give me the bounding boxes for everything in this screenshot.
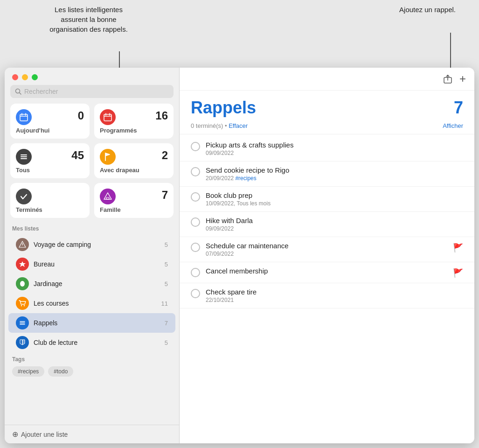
camping-list-count: 5 — [165, 241, 168, 248]
reminder-item[interactable]: Check spare tire 22/10/2021 — [180, 283, 474, 308]
share-button[interactable] — [443, 74, 453, 84]
svg-point-19 — [24, 305, 25, 306]
reminder-checkbox[interactable] — [191, 142, 200, 151]
reminder-title: Book club prep — [206, 191, 463, 199]
fullscreen-button[interactable] — [32, 74, 38, 80]
flag-icon: 🚩 — [453, 268, 463, 278]
mes-listes-title: Mes listes — [5, 224, 179, 235]
avec-drapeau-count: 2 — [162, 149, 168, 162]
reminder-body: Cancel membership — [206, 267, 447, 275]
app-window: Rechercher 0 Aujourd'hui 16 Programmés 4… — [5, 68, 474, 443]
minimize-button[interactable] — [22, 74, 28, 80]
reminder-title: Send cookie recipe to Rigo — [206, 166, 463, 174]
reminder-body: Pickup arts & crafts supplies 09/09/2022 — [206, 141, 463, 156]
reminder-checkbox[interactable] — [191, 243, 200, 252]
sidebar-item-club[interactable]: Club de lecture 5 — [8, 333, 175, 352]
reminder-title: Hike with Darla — [206, 217, 463, 224]
club-list-name: Club de lecture — [34, 339, 160, 346]
sidebar-item-rappels[interactable]: Rappels 7 — [8, 313, 175, 333]
rappels-list-count: 7 — [165, 320, 168, 327]
camping-list-icon — [16, 238, 29, 251]
add-list-icon: ⊕ — [12, 430, 18, 439]
reminder-body: Hike with Darla 09/09/2022 — [206, 217, 463, 232]
svg-line-1 — [20, 93, 21, 95]
reminder-date: 22/10/2021 — [206, 297, 463, 303]
reminder-date: 10/09/2022, Tous les mois — [206, 200, 463, 207]
reminder-item[interactable]: Cancel membership 🚩 — [180, 262, 474, 283]
tags-row: #recipes#todo — [5, 364, 179, 378]
smart-card-tous[interactable]: 45 Tous — [10, 143, 90, 178]
sidebar-item-courses[interactable]: Les courses 11 — [8, 294, 175, 313]
jardinage-list-count: 5 — [165, 280, 168, 287]
reminder-tag: #recipes — [235, 175, 256, 182]
titlebar — [5, 68, 179, 85]
reminder-title: Cancel membership — [206, 267, 447, 275]
reminder-body: Check spare tire 22/10/2021 — [206, 288, 463, 303]
main-content: + Rappels 7 0 terminé(s) • Effacer Affic… — [180, 68, 474, 443]
smart-card-aujourdhui[interactable]: 0 Aujourd'hui — [10, 104, 90, 139]
reminder-checkbox[interactable] — [191, 268, 200, 277]
search-bar[interactable]: Rechercher — [10, 85, 174, 98]
reminder-title: Schedule car maintenance — [206, 242, 447, 250]
tag-chip[interactable]: #todo — [48, 366, 73, 377]
completed-info: 0 terminé(s) • Effacer — [191, 122, 248, 129]
termines-label: Terminés — [16, 206, 84, 213]
famille-label: Famille — [100, 206, 168, 213]
tag-chip[interactable]: #recipes — [12, 366, 44, 377]
reminder-checkbox[interactable] — [191, 217, 200, 227]
afficher-button[interactable]: Afficher — [443, 122, 463, 129]
jardinage-list-icon — [16, 277, 29, 290]
add-reminder-button[interactable]: + — [459, 72, 466, 85]
aujourdhui-label: Aujourd'hui — [16, 127, 84, 134]
effacer-link[interactable]: Effacer — [229, 122, 248, 129]
add-list-button[interactable]: ⊕ Ajouter une liste — [5, 425, 179, 443]
search-icon — [15, 88, 21, 95]
reminder-item[interactable]: Hike with Darla 09/09/2022 — [180, 212, 474, 237]
club-list-count: 5 — [165, 339, 168, 346]
tous-icon — [16, 149, 32, 165]
reminder-body: Schedule car maintenance 07/09/2022 — [206, 242, 447, 257]
famille-icon — [100, 189, 116, 204]
smart-card-avec-drapeau[interactable]: 2 Avec drapeau — [94, 143, 174, 178]
reminder-body: Send cookie recipe to Rigo 20/09/2022 #r… — [206, 166, 463, 182]
reminder-item[interactable]: Pickup arts & crafts supplies 09/09/2022 — [180, 136, 474, 161]
sidebar-item-jardinage[interactable]: Jardinage 5 — [8, 274, 175, 294]
smart-card-famille[interactable]: 7 Famille — [94, 183, 174, 218]
reminder-checkbox[interactable] — [191, 289, 200, 298]
programmes-label: Programmés — [100, 127, 168, 134]
svg-point-18 — [21, 305, 22, 306]
reminder-date: 20/09/2022 #recipes — [206, 175, 463, 182]
search-placeholder: Rechercher — [24, 88, 58, 95]
svg-marker-15 — [19, 261, 26, 267]
reminder-item[interactable]: Schedule car maintenance 07/09/2022 🚩 — [180, 237, 474, 262]
reminder-checkbox[interactable] — [191, 192, 200, 202]
smart-card-programmes[interactable]: 16 Programmés — [94, 104, 174, 139]
tous-label: Tous — [16, 167, 84, 174]
sidebar: Rechercher 0 Aujourd'hui 16 Programmés 4… — [5, 68, 180, 443]
reminder-date: 09/09/2022 — [206, 150, 463, 156]
avec-drapeau-icon — [100, 149, 116, 165]
reminder-item[interactable]: Book club prep 10/09/2022, Tous les mois — [180, 187, 474, 212]
bureau-list-count: 5 — [165, 261, 168, 268]
sidebar-item-camping[interactable]: Voyage de camping 5 — [8, 235, 175, 254]
reminder-title: Check spare tire — [206, 288, 463, 296]
reminder-list: Pickup arts & crafts supplies 09/09/2022… — [180, 134, 474, 443]
reminder-title: Pickup arts & crafts supplies — [206, 141, 463, 149]
camping-list-name: Voyage de camping — [34, 241, 160, 248]
courses-list-count: 11 — [161, 300, 168, 307]
programmes-count: 16 — [155, 109, 168, 122]
add-list-label: Ajouter une liste — [21, 431, 68, 438]
reminder-item[interactable]: Send cookie recipe to Rigo 20/09/2022 #r… — [180, 161, 474, 187]
sidebar-item-bureau[interactable]: Bureau 5 — [8, 254, 175, 274]
smart-card-termines[interactable]: Terminés — [10, 183, 90, 218]
tags-title: Tags — [5, 352, 179, 364]
reminder-date: 07/09/2022 — [206, 251, 447, 257]
svg-rect-2 — [20, 114, 28, 121]
rappels-list-name: Rappels — [34, 319, 160, 327]
list-title: Rappels — [191, 98, 256, 118]
reminder-checkbox[interactable] — [191, 167, 200, 176]
bureau-list-name: Bureau — [34, 260, 160, 268]
aujourdhui-count: 0 — [78, 109, 84, 122]
share-icon — [443, 74, 453, 84]
close-button[interactable] — [12, 74, 18, 80]
